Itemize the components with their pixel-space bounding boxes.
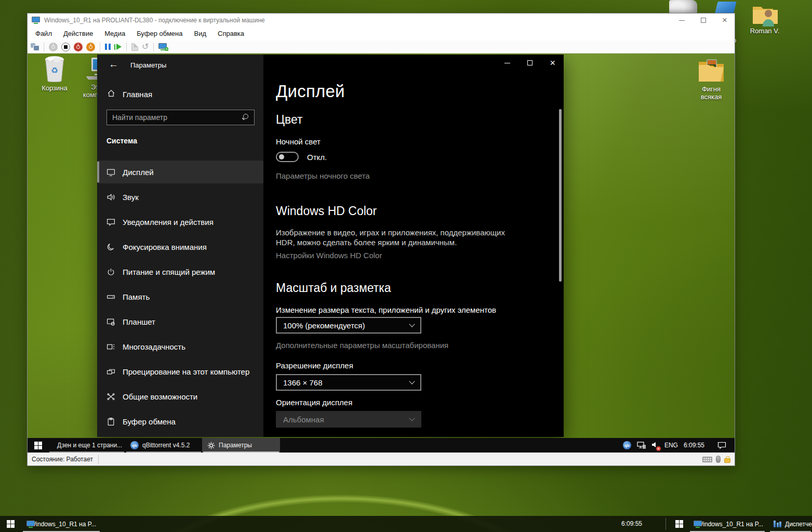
user-folder-icon [751,3,778,27]
vm-window-icon [32,17,41,24]
host-clock[interactable]: 6:09:55 [621,516,642,532]
revert-icon[interactable]: ↺ [142,43,149,50]
sidebar-item-display[interactable]: Дисплей [97,161,263,183]
windows-logo-icon [34,442,42,449]
search-input[interactable] [107,113,242,122]
volume-muted-icon[interactable]: ✕ [651,441,659,450]
home-icon [107,89,118,100]
night-light-settings-link[interactable]: Параметры ночного света [276,171,370,180]
advanced-scaling-link[interactable]: Дополнительные параметры масштабирования [276,341,448,350]
color-heading: Цвет [276,113,303,127]
search-icon[interactable] [242,113,250,122]
shared-experiences-icon [107,392,119,401]
icon-label: Фигня [688,85,734,93]
qbittorrent-icon: qb [130,441,139,449]
qbittorrent-tray-icon[interactable]: qb [623,441,631,449]
enhanced-session-icon[interactable]: + [158,43,167,50]
page-title: Дисплей [276,82,345,101]
sidebar-item-multitasking[interactable]: Многозадачность [97,335,263,358]
turn-off-icon[interactable] [61,43,70,51]
sidebar-item-projecting[interactable]: Проецирование на этот компьютер [97,360,263,383]
network-icon[interactable] [637,442,646,449]
menu-action[interactable]: Действие [58,27,99,41]
host-taskbar-button-task-manager[interactable]: Диспетчер [769,516,812,532]
language-indicator[interactable]: ENG [664,442,678,449]
sidebar-section-title: Система [107,137,137,145]
host-taskbar-button-vmconnect-2[interactable]: Windows_10_R1 на P... [689,516,766,532]
sidebar-item-notifications[interactable]: Уведомления и действия [97,210,263,233]
recycle-bin-icon: ♻ [43,56,66,83]
vm-taskbar: Дзен и еще 1 страни... qb qBittorrent v4… [28,438,735,453]
sidebar-item-sound[interactable]: Звук [97,185,263,208]
vmconnect-menubar: Файл Действие Медиа Буфер обмена Вид Спр… [28,27,735,41]
hdr-description: Изображение в видео, играх и приложениях… [276,228,507,247]
minimize-icon[interactable] [679,20,685,21]
vm-start-button[interactable] [28,438,48,453]
scrollbar[interactable] [559,109,562,282]
night-light-toggle[interactable] [276,152,299,162]
shutdown-icon[interactable] [74,43,83,51]
menu-help[interactable]: Справка [212,27,250,41]
vm-icon-recycle-bin[interactable]: ♻ Корзина [32,56,77,92]
host-start-button[interactable] [0,516,21,532]
hdr-settings-link[interactable]: Настройки Windows HD Color [276,251,382,260]
menu-view[interactable]: Вид [188,27,212,41]
taskbar-button-browser[interactable]: Дзен и еще 1 страни... [48,438,125,453]
checkpoint-icon[interactable] [131,43,138,51]
orientation-label: Ориентация дисплея [276,398,352,407]
vm-icon-stuff-folder[interactable]: Фигня всякая [688,58,734,101]
settings-main-panel: Дисплей Цвет Ночной свет Откл. Параметры… [263,55,564,437]
settings-maximize-icon[interactable] [527,60,533,65]
vmconnect-titlebar[interactable]: Windows_10_R1 на PROLIANT-DL380 - подклю… [28,14,735,27]
settings-search[interactable] [107,110,255,125]
resolution-dropdown[interactable]: 1366 × 768 [276,374,421,391]
scale-dropdown[interactable]: 100% (рекомендуется) [276,317,421,334]
task-manager-icon [774,521,781,527]
host-desktop: Roman V. p Windows_10_R1 на PROLIANT-DL3… [0,0,812,532]
ctrl-alt-del-icon[interactable] [31,43,39,50]
sidebar-item-focus-assist[interactable]: Фокусировка внимания [97,235,263,258]
menu-file[interactable]: Файл [30,27,58,41]
settings-minimize-icon[interactable] [504,63,510,63]
vm-clock[interactable]: 6:09:55 [684,442,704,449]
pause-icon[interactable] [105,44,111,50]
maximize-icon[interactable] [701,18,706,23]
sound-icon [107,193,119,202]
sidebar-home-label: Главная [123,90,152,99]
host-taskbar-button-vmconnect[interactable]: Windows_10_R1 на P... [22,516,101,532]
sidebar-item-home[interactable]: Главная [97,85,263,103]
projecting-icon [107,367,119,376]
action-center-icon[interactable] [717,442,726,449]
taskbar-button-settings[interactable]: Параметры [202,438,280,453]
keyboard-capture-icon[interactable] [702,457,712,462]
open-app-indicator [203,451,279,453]
back-arrow-icon[interactable]: ← [109,59,118,70]
sidebar-item-storage[interactable]: Память [97,285,263,308]
night-light-label: Ночной свет [276,137,321,146]
mouse-capture-icon[interactable] [716,456,721,463]
sidebar-item-power-sleep[interactable]: Питание и спящий режим [97,260,263,283]
vm-status-text: Состояние: Работает [32,456,93,463]
host-taskbar: Windows_10_R1 на P... 6:09:55 Windows_10… [0,516,812,532]
taskbar-button-qbittorrent[interactable]: qb qBittorrent v4.5.2 [125,438,202,453]
statusbar-divider [98,455,99,464]
menu-clipboard[interactable]: Буфер обмена [131,27,188,41]
icon-label-line2: всякая [688,93,734,101]
close-icon[interactable]: × [722,18,727,23]
chevron-down-icon [409,321,415,327]
settings-close-icon[interactable]: × [550,60,555,66]
sidebar-item-clipboard[interactable]: Буфер обмена [97,410,263,433]
host-start-button-monitor2[interactable] [669,516,689,532]
resume-icon[interactable] [114,44,122,50]
open-app-indicator [49,451,124,453]
power-on-icon[interactable] [49,43,58,51]
settings-app-title: Параметры [130,61,166,69]
sidebar-item-shared-experiences[interactable]: Общие возможности [97,385,263,408]
orientation-dropdown: Альбомная [276,411,421,428]
host-icon-roman-v[interactable]: Roman V. [745,3,784,35]
save-state-icon[interactable] [86,43,95,51]
sidebar-item-tablet[interactable]: Планшет [97,310,263,333]
host-recycle-bin-icon[interactable] [669,0,697,14]
open-app-indicator [126,451,201,453]
menu-media[interactable]: Медиа [99,27,131,41]
